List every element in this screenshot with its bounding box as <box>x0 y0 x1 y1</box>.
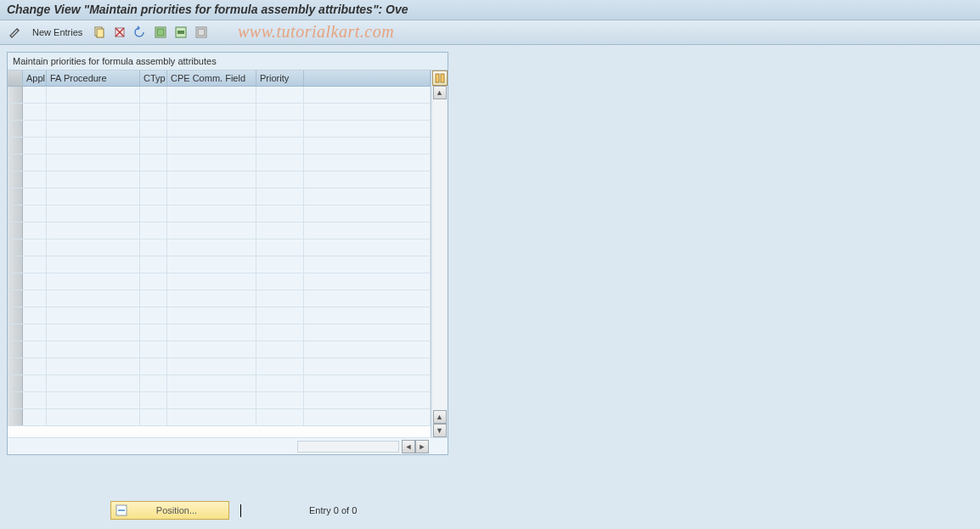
cell-ctyp[interactable] <box>140 205 167 222</box>
cell-priority[interactable] <box>256 341 304 357</box>
row-selector[interactable] <box>8 341 23 357</box>
cell-priority[interactable] <box>256 256 304 273</box>
cell-ctyp[interactable] <box>140 358 167 374</box>
cell-appl[interactable] <box>23 138 47 154</box>
cell-ctyp[interactable] <box>140 189 167 205</box>
cell-cpe-comm-field[interactable] <box>167 392 256 408</box>
cell-ctyp[interactable] <box>140 155 167 171</box>
cell-appl[interactable] <box>23 121 47 137</box>
cell-cpe-comm-field[interactable] <box>167 87 256 103</box>
display-change-toggle-icon[interactable] <box>7 24 24 41</box>
cell-fa-procedure[interactable] <box>47 189 140 205</box>
cell-priority[interactable] <box>256 409 304 425</box>
cell-ctyp[interactable] <box>140 239 167 256</box>
row-selector[interactable] <box>8 358 23 374</box>
delete-icon[interactable] <box>111 24 128 41</box>
cell-priority[interactable] <box>256 324 304 340</box>
cell-appl[interactable] <box>23 222 47 239</box>
deselect-all-icon[interactable] <box>193 24 210 41</box>
cell-cpe-comm-field[interactable] <box>167 172 256 188</box>
cell-appl[interactable] <box>23 307 47 324</box>
row-selector[interactable] <box>8 307 23 324</box>
row-selector[interactable] <box>8 121 23 137</box>
cell-fa-procedure[interactable] <box>47 121 140 137</box>
cell-fa-procedure[interactable] <box>47 290 140 307</box>
col-header-priority[interactable]: Priority <box>256 70 304 86</box>
scroll-right-icon[interactable]: ► <box>415 440 429 453</box>
cell-cpe-comm-field[interactable] <box>167 409 256 425</box>
cell-appl[interactable] <box>23 358 47 374</box>
cell-priority[interactable] <box>256 358 304 374</box>
cell-priority[interactable] <box>256 121 304 137</box>
row-selector[interactable] <box>8 104 23 120</box>
row-selector[interactable] <box>8 138 23 154</box>
new-entries-button[interactable]: New Entries <box>27 25 87 39</box>
cell-cpe-comm-field[interactable] <box>167 189 256 205</box>
cell-ctyp[interactable] <box>140 324 167 340</box>
row-selector[interactable] <box>8 324 23 340</box>
cell-priority[interactable] <box>256 172 304 188</box>
cell-cpe-comm-field[interactable] <box>167 104 256 120</box>
row-selector[interactable] <box>8 273 23 290</box>
cell-priority[interactable] <box>256 375 304 391</box>
cell-fa-procedure[interactable] <box>47 341 140 357</box>
cell-priority[interactable] <box>256 87 304 103</box>
cell-fa-procedure[interactable] <box>47 392 140 408</box>
cell-cpe-comm-field[interactable] <box>167 205 256 222</box>
row-selector[interactable] <box>8 409 23 425</box>
cell-priority[interactable] <box>256 392 304 408</box>
cell-appl[interactable] <box>23 87 47 103</box>
cell-cpe-comm-field[interactable] <box>167 155 256 171</box>
scroll-left-icon[interactable]: ◄ <box>402 440 415 453</box>
col-header-cpe-comm-field[interactable]: CPE Comm. Field <box>167 70 256 86</box>
cell-priority[interactable] <box>256 290 304 307</box>
scroll-up-icon[interactable]: ▲ <box>433 86 447 99</box>
vertical-scrollbar-track[interactable] <box>433 99 447 410</box>
cell-appl[interactable] <box>23 290 47 307</box>
cell-appl[interactable] <box>23 273 47 290</box>
horizontal-scrollbar-track[interactable] <box>297 441 399 453</box>
row-selector[interactable] <box>8 222 23 239</box>
row-selector-header[interactable] <box>8 70 23 86</box>
cell-priority[interactable] <box>256 273 304 290</box>
row-selector[interactable] <box>8 375 23 391</box>
col-header-fa-procedure[interactable]: FA Procedure <box>47 70 140 86</box>
cell-ctyp[interactable] <box>140 87 167 103</box>
cell-appl[interactable] <box>23 256 47 273</box>
cell-fa-procedure[interactable] <box>47 358 140 374</box>
cell-ctyp[interactable] <box>140 290 167 307</box>
cell-appl[interactable] <box>23 239 47 256</box>
cell-appl[interactable] <box>23 104 47 120</box>
cell-cpe-comm-field[interactable] <box>167 256 256 273</box>
cell-appl[interactable] <box>23 392 47 408</box>
cell-ctyp[interactable] <box>140 409 167 425</box>
cell-ctyp[interactable] <box>140 375 167 391</box>
copy-as-icon[interactable] <box>91 24 108 41</box>
cell-appl[interactable] <box>23 189 47 205</box>
select-all-icon[interactable] <box>152 24 169 41</box>
cell-fa-procedure[interactable] <box>47 239 140 256</box>
cell-priority[interactable] <box>256 205 304 222</box>
position-button[interactable]: Position... <box>110 501 229 520</box>
col-header-ctyp[interactable]: CTyp <box>140 70 167 86</box>
row-selector[interactable] <box>8 392 23 408</box>
cell-appl[interactable] <box>23 341 47 357</box>
row-selector[interactable] <box>8 256 23 273</box>
cell-ctyp[interactable] <box>140 104 167 120</box>
cell-cpe-comm-field[interactable] <box>167 324 256 340</box>
cell-ctyp[interactable] <box>140 138 167 154</box>
cell-appl[interactable] <box>23 172 47 188</box>
cell-cpe-comm-field[interactable] <box>167 138 256 154</box>
cell-ctyp[interactable] <box>140 341 167 357</box>
cell-appl[interactable] <box>23 324 47 340</box>
cell-cpe-comm-field[interactable] <box>167 307 256 324</box>
cell-priority[interactable] <box>256 104 304 120</box>
cell-cpe-comm-field[interactable] <box>167 375 256 391</box>
cell-appl[interactable] <box>23 205 47 222</box>
cell-cpe-comm-field[interactable] <box>167 121 256 137</box>
row-selector[interactable] <box>8 205 23 222</box>
cell-fa-procedure[interactable] <box>47 324 140 340</box>
cell-ctyp[interactable] <box>140 392 167 408</box>
cell-fa-procedure[interactable] <box>47 138 140 154</box>
row-selector[interactable] <box>8 87 23 103</box>
